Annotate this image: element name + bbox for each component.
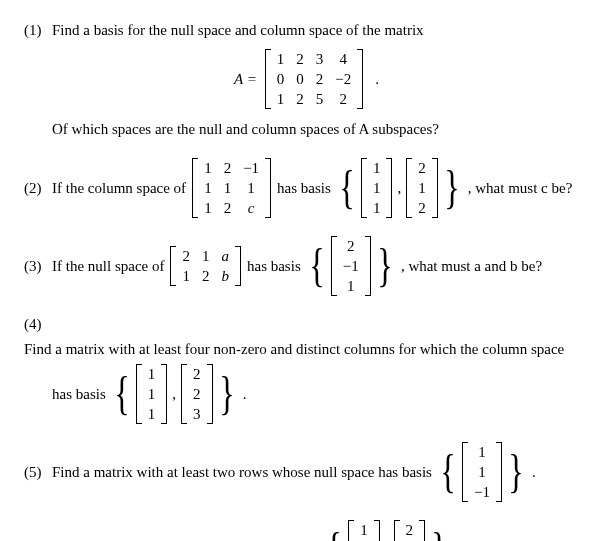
problem-5: (5) Find a matrix with at least two rows… <box>24 442 589 502</box>
problem-2: (2) If the column space of 12−111112c ha… <box>24 158 589 218</box>
problem-6: (6) Find a matrix whose column space has… <box>24 520 589 541</box>
p4-t2: has basis <box>52 384 106 405</box>
problem-3: (3) If the null space of 21a12b has basi… <box>24 236 589 296</box>
p4-basis-set: { 111 , 223 } <box>110 364 239 424</box>
p2-t2: has basis <box>277 178 331 199</box>
p2-matrix: 12−111112c <box>192 158 271 218</box>
p3-matrix: 21a12b <box>170 246 241 286</box>
problem-number: (1) <box>24 20 48 41</box>
comma: , <box>394 178 404 199</box>
p6-v2: 223 <box>394 520 426 541</box>
period: . <box>375 69 379 90</box>
p5-t1: Find a matrix with at least two rows who… <box>52 462 432 483</box>
problem-number: (4) <box>24 314 48 335</box>
problem-number: (5) <box>24 462 48 483</box>
problem-1-line1: (1) Find a basis for the null space and … <box>24 20 589 41</box>
p3-basis-set: { 2−11 } <box>305 236 397 296</box>
problem-1-text1: Find a basis for the null space and colu… <box>52 20 424 41</box>
p6-v1: 111 <box>348 520 380 541</box>
p4-t1: Find a matrix with at least four non-zer… <box>24 339 564 360</box>
matrix-A: 1234002−21252 <box>265 49 363 109</box>
period: . <box>243 384 247 405</box>
problem-number: (2) <box>24 178 48 199</box>
p2-basis-set: { 111 , 212 } <box>335 158 464 218</box>
problem-1: (1) Find a basis for the null space and … <box>24 20 589 140</box>
p4-v2: 223 <box>181 364 213 424</box>
p2-t3: , what must c be? <box>468 178 573 199</box>
p2-v2: 212 <box>406 158 438 218</box>
p5-basis-set: { 11−1 } <box>436 442 528 502</box>
p6-colspace-set: { 111 , 223 } <box>322 520 451 541</box>
p5-v1: 11−1 <box>462 442 502 502</box>
p3-t2: has basis <box>247 256 301 277</box>
p3-t3: , what must a and b be? <box>401 256 542 277</box>
p3-t1: If the null space of <box>52 256 164 277</box>
problem-1-text2: Of which spaces are the null and column … <box>52 119 589 140</box>
comma: , <box>169 384 179 405</box>
problem-4: (4) Find a matrix with at least four non… <box>24 314 589 424</box>
problem-number: (3) <box>24 256 48 277</box>
period: . <box>532 462 536 483</box>
p2-t1: If the column space of <box>52 178 186 199</box>
p2-v1: 111 <box>361 158 393 218</box>
p3-v1: 2−11 <box>331 236 371 296</box>
matrix-A-label: A = <box>234 69 257 90</box>
problem-1-equation: A = 1234002−21252 . <box>24 49 589 109</box>
p4-v1: 111 <box>136 364 168 424</box>
